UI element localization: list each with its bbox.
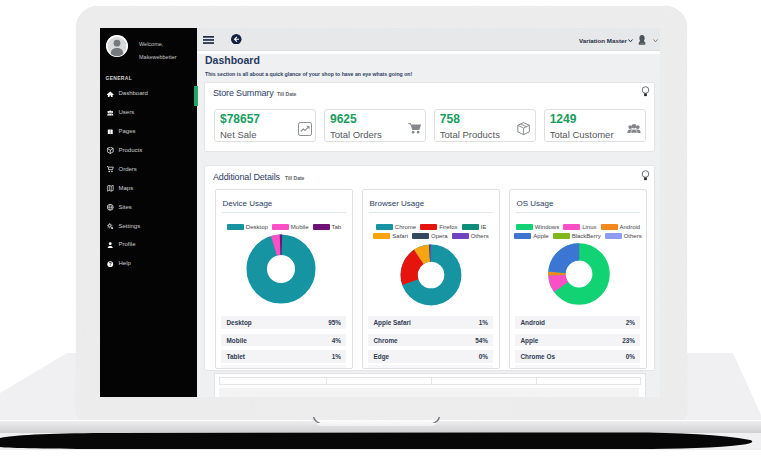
svg-text:?: ? [109,262,112,267]
